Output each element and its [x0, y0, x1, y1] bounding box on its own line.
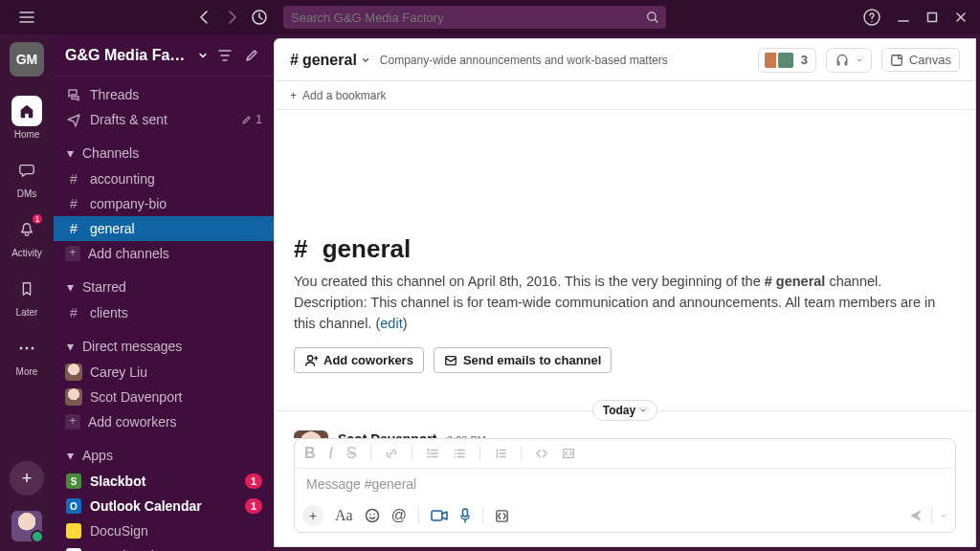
- sidebar-app[interactable]: SSlackbot1: [54, 469, 274, 494]
- sidebar-starred-item[interactable]: #clients: [54, 300, 274, 325]
- date-divider[interactable]: Today: [275, 400, 975, 421]
- svg-point-8: [308, 356, 313, 361]
- edit-description-link[interactable]: edit: [380, 316, 402, 331]
- send-emails-button[interactable]: Send emails to channel: [434, 347, 612, 373]
- codeblock-icon[interactable]: [562, 447, 575, 460]
- quote-icon[interactable]: [494, 447, 507, 460]
- svg-rect-17: [432, 511, 442, 520]
- filter-icon[interactable]: [214, 48, 235, 63]
- add-coworkers[interactable]: + Add coworkers: [54, 409, 274, 434]
- strike-icon[interactable]: S: [346, 445, 357, 462]
- send-button[interactable]: [908, 508, 924, 523]
- compose-icon[interactable]: [241, 48, 262, 63]
- caret-down-icon: ▾: [63, 448, 77, 463]
- window-close-icon[interactable]: [955, 11, 967, 23]
- sidebar-channel[interactable]: #general: [54, 216, 274, 241]
- caret-down-icon: ▾: [63, 279, 77, 295]
- search-input[interactable]: [283, 6, 666, 29]
- sidebar-drafts[interactable]: Drafts & sent 1: [54, 107, 274, 132]
- chevron-down-icon: [361, 55, 370, 65]
- send-icon: [65, 112, 82, 127]
- window-minimize-icon[interactable]: [898, 11, 909, 23]
- message-row[interactable]: Scot Davenport 3:38 PM joined #general. …: [275, 427, 975, 438]
- rail-dms[interactable]: DMs: [0, 149, 54, 205]
- create-new-button[interactable]: +: [10, 461, 44, 496]
- svg-point-5: [26, 347, 29, 350]
- italic-icon[interactable]: I: [329, 445, 333, 462]
- section-apps[interactable]: ▾ Apps: [54, 442, 274, 469]
- chevron-down-icon: [856, 56, 863, 64]
- headphones-icon: [835, 53, 850, 68]
- mention-icon[interactable]: @: [391, 507, 407, 524]
- hash-icon: #: [290, 52, 299, 69]
- bold-icon[interactable]: B: [304, 445, 316, 462]
- hash-icon: #: [765, 274, 776, 289]
- home-icon: [11, 96, 42, 126]
- message-composer: B I S Message #general: [294, 438, 956, 533]
- composer-input[interactable]: Message #general: [295, 469, 955, 499]
- rail-later[interactable]: Later: [0, 268, 54, 323]
- sidebar-app[interactable]: ▲Google Drive: [54, 543, 274, 551]
- canvas-button[interactable]: Canvas: [881, 48, 960, 72]
- sidebar-dm[interactable]: Carey Liu: [54, 360, 274, 385]
- nav-forward-icon[interactable]: [224, 10, 239, 25]
- video-icon[interactable]: [431, 509, 448, 522]
- hash-icon: #: [65, 221, 82, 236]
- caret-down-icon: ▾: [63, 145, 77, 161]
- ul-icon[interactable]: [453, 447, 466, 460]
- plus-icon: +: [65, 246, 80, 261]
- svg-point-14: [366, 510, 378, 522]
- svg-point-12: [454, 456, 456, 458]
- attach-icon[interactable]: +: [302, 505, 323, 526]
- unread-badge: 1: [245, 498, 262, 514]
- rail-activity[interactable]: 1 Activity: [0, 209, 54, 264]
- sidebar-channel[interactable]: #company-bio: [54, 191, 274, 216]
- send-options-icon[interactable]: [940, 512, 947, 519]
- formatting-icon[interactable]: Aa: [335, 507, 353, 524]
- workspace-header[interactable]: G&G Media Fact...: [54, 34, 274, 77]
- user-avatar[interactable]: [11, 511, 42, 541]
- mail-icon: [444, 354, 457, 367]
- member-list-button[interactable]: 3: [758, 48, 816, 73]
- ol-icon[interactable]: [426, 447, 439, 460]
- unread-badge: 1: [245, 474, 262, 489]
- rail-home[interactable]: Home: [0, 90, 54, 145]
- plus-icon: +: [65, 414, 80, 430]
- section-channels[interactable]: ▾ Channels: [54, 140, 274, 166]
- add-bookmark[interactable]: + Add a bookmark: [275, 81, 975, 110]
- code-icon[interactable]: [535, 447, 548, 460]
- hash-icon: #: [65, 196, 82, 211]
- titlebar: [0, 0, 980, 34]
- rail-more[interactable]: More: [0, 327, 54, 383]
- history-icon[interactable]: [251, 9, 268, 26]
- nav-back-icon[interactable]: [197, 10, 212, 25]
- add-coworkers-button[interactable]: Add coworkers: [294, 347, 424, 373]
- channel-header: # general Company-wide announcements and…: [275, 39, 975, 81]
- hamburger-menu[interactable]: [8, 11, 46, 23]
- channel-intro: # general You created this channel on Ap…: [275, 110, 975, 390]
- section-starred[interactable]: ▾ Starred: [54, 274, 274, 300]
- hash-icon: #: [65, 171, 82, 187]
- emoji-icon[interactable]: [365, 508, 380, 523]
- window-maximize-icon[interactable]: [926, 11, 938, 23]
- mic-icon[interactable]: [459, 508, 471, 523]
- help-icon[interactable]: [863, 9, 880, 26]
- huddle-button[interactable]: [826, 48, 872, 73]
- sidebar-channel[interactable]: #accounting: [54, 166, 274, 191]
- sidebar-app[interactable]: OOutlook Calendar1: [54, 494, 274, 518]
- shortcuts-icon[interactable]: [495, 509, 509, 523]
- sidebar-threads[interactable]: Threads: [54, 82, 274, 107]
- sidebar-dm[interactable]: Scot Davenport: [54, 385, 274, 409]
- avatar[interactable]: [294, 430, 328, 438]
- section-dms[interactable]: ▾ Direct messages: [54, 333, 274, 360]
- sidebar-app[interactable]: ↓DocuSign: [54, 518, 274, 543]
- avatar: [65, 364, 82, 381]
- hash-icon: #: [65, 305, 82, 320]
- add-channels[interactable]: + Add channels: [54, 241, 274, 266]
- workspace-switcher[interactable]: GM: [10, 42, 44, 77]
- channel-title: # general: [294, 234, 956, 264]
- link-icon[interactable]: [385, 447, 398, 460]
- channel-name-button[interactable]: # general: [290, 52, 370, 69]
- message-author[interactable]: Scot Davenport: [338, 431, 436, 438]
- channel-topic[interactable]: Company-wide announcements and work-base…: [380, 54, 668, 67]
